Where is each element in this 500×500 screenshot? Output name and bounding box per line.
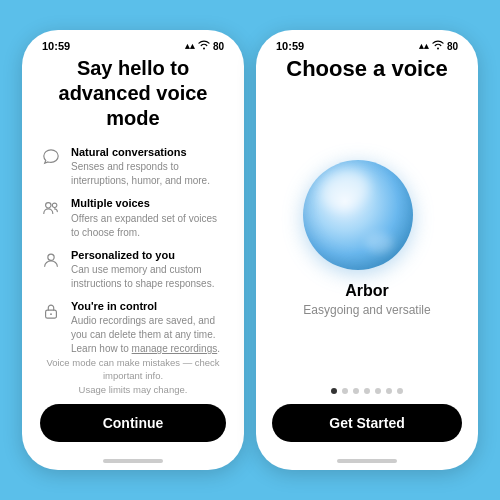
left-phone: 10:59 ▴▴ 80 Say hello to advanced voice … [22, 30, 244, 470]
svg-point-0 [46, 203, 51, 208]
feature-desc-control: Audio recordings are saved, and you can … [71, 314, 226, 356]
feature-list: Natural conversations Senses and respond… [40, 145, 226, 356]
feature-item-voices: Multiple voices Offers an expanded set o… [40, 196, 226, 239]
wifi-icon [198, 40, 210, 52]
dot-1[interactable] [331, 388, 337, 394]
right-wifi-icon [432, 40, 444, 52]
left-home-indicator [22, 456, 244, 470]
continue-button[interactable]: Continue [40, 404, 226, 442]
feature-text-voices: Multiple voices Offers an expanded set o… [71, 196, 226, 239]
feature-title-natural: Natural conversations [71, 145, 226, 159]
person-icon [40, 249, 62, 271]
feature-title-personalized: Personalized to you [71, 248, 226, 262]
voice-desc: Easygoing and versatile [303, 303, 430, 317]
right-home-bar [337, 459, 397, 463]
right-battery-icon: 80 [447, 41, 458, 52]
dot-6[interactable] [386, 388, 392, 394]
feature-title-control: You're in control [71, 299, 226, 313]
right-title: Choose a voice [286, 56, 447, 82]
feature-text-personalized: Personalized to you Can use memory and c… [71, 248, 226, 291]
right-phone: 10:59 ▴▴ 80 Choose a voice [256, 30, 478, 470]
feature-text-natural: Natural conversations Senses and respond… [71, 145, 226, 188]
left-time: 10:59 [42, 40, 70, 52]
left-status-icons: ▴▴ 80 [185, 40, 224, 52]
manage-recordings-link[interactable]: manage recordings [132, 343, 218, 354]
right-status-bar: 10:59 ▴▴ 80 [256, 30, 478, 56]
voice-name: Arbor [303, 282, 430, 300]
voice-info: Arbor Easygoing and versatile [303, 282, 430, 317]
feature-item-personalized: Personalized to you Can use memory and c… [40, 248, 226, 291]
dot-2[interactable] [342, 388, 348, 394]
svg-point-1 [52, 203, 57, 208]
feature-desc-voices: Offers an expanded set of voices to choo… [71, 212, 226, 240]
right-signal-icon: ▴▴ [419, 41, 429, 51]
dot-4[interactable] [364, 388, 370, 394]
voices-icon [40, 197, 62, 219]
voice-orb: Arbor Easygoing and versatile [303, 160, 430, 317]
app-container: 10:59 ▴▴ 80 Say hello to advanced voice … [0, 0, 500, 500]
svg-point-4 [50, 313, 52, 315]
svg-point-2 [48, 254, 54, 260]
dot-3[interactable] [353, 388, 359, 394]
feature-item-natural: Natural conversations Senses and respond… [40, 145, 226, 188]
voice-orb-container: Arbor Easygoing and versatile [303, 102, 430, 374]
left-phone-content: Say hello to advanced voice mode Natural… [22, 56, 244, 456]
voice-orb-sphere[interactable] [303, 160, 413, 270]
feature-text-control: You're in control Audio recordings are s… [71, 299, 226, 356]
feature-item-control: You're in control Audio recordings are s… [40, 299, 226, 356]
right-time: 10:59 [276, 40, 304, 52]
left-status-bar: 10:59 ▴▴ 80 [22, 30, 244, 56]
dot-7[interactable] [397, 388, 403, 394]
right-phone-content: Choose a voice Arbor Easygoing and versa… [256, 56, 478, 456]
left-home-bar [103, 459, 163, 463]
voice-dots [331, 388, 403, 394]
right-home-indicator [256, 456, 478, 470]
disclaimer: Voice mode can make mistakes — check imp… [40, 356, 226, 396]
feature-desc-natural: Senses and responds to interruptions, hu… [71, 160, 226, 188]
get-started-button[interactable]: Get Started [272, 404, 462, 442]
lock-icon [40, 300, 62, 322]
feature-desc-personalized: Can use memory and custom instructions t… [71, 263, 226, 291]
chat-icon [40, 146, 62, 168]
battery-icon: 80 [213, 41, 224, 52]
left-title: Say hello to advanced voice mode [40, 56, 226, 131]
feature-title-voices: Multiple voices [71, 196, 226, 210]
signal-icon: ▴▴ [185, 41, 195, 51]
right-status-icons: ▴▴ 80 [419, 40, 458, 52]
dot-5[interactable] [375, 388, 381, 394]
